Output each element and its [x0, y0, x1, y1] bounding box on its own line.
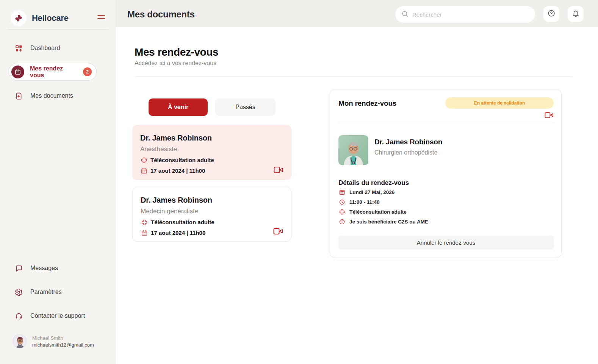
appointment-datetime: 17 aout 2024 | 11h00 [151, 230, 205, 236]
chat-bubble-icon [14, 264, 23, 272]
menu-toggle-icon[interactable] [97, 15, 105, 20]
tab-a-venir[interactable]: À venir [149, 98, 208, 116]
sidebar-item-label: Mes rendez vous [30, 65, 77, 79]
appointment-doctor-name: Dr. James Robinson [140, 134, 283, 142]
calendar-icon [140, 167, 147, 174]
notifications-button[interactable] [568, 6, 584, 22]
sidebar-item-parametres[interactable]: Paramètres [0, 286, 116, 298]
gear-icon [14, 288, 23, 296]
status-badge: En attente de validation [445, 97, 554, 109]
video-camera-icon [273, 228, 283, 235]
content-divider [135, 76, 572, 77]
brand-name: Hellocare [32, 13, 68, 23]
user-avatar [13, 334, 27, 348]
appointment-card[interactable]: Dr. James Robinson Médecin généraliste T… [132, 187, 291, 242]
detail-type: Téléconsultation adulte [349, 209, 407, 215]
details-section-title: Détails du rendez-vous [338, 179, 409, 187]
panel-title: Mon rendez-vous [338, 99, 396, 108]
notification-count-badge: 2 [83, 67, 92, 76]
sidebar-item-documents[interactable]: Mes documents [0, 90, 116, 102]
appointment-specialty: Anesthésiste [140, 145, 283, 153]
sidebar-item-label: Paramètres [30, 289, 62, 295]
page-title: Mes rendez-vous [135, 46, 218, 58]
appointment-datetime: 17 aout 2024 | 11h00 [150, 167, 205, 174]
appointment-card[interactable]: Dr. James Robinson Anesthésiste Télécons… [132, 125, 291, 180]
user-profile[interactable]: Michael Smith michaelsmith12@gmail.com [13, 334, 94, 348]
tab-passes[interactable]: Passés [215, 98, 276, 116]
sidebar: Hellocare Dashboard [0, 0, 116, 364]
appointment-type: Téléconsultation adulte [150, 157, 214, 163]
appointment-doctor-name: Dr. James Robinson [141, 196, 283, 205]
video-camera-icon [274, 166, 283, 173]
user-email: michaelsmith12@gmail.com [32, 342, 94, 348]
dashboard-grid-icon [14, 44, 23, 52]
appointment-specialty: Médecin généraliste [141, 208, 283, 215]
cancel-appointment-button[interactable]: Annuler le rendez-vous [338, 236, 554, 250]
search-input[interactable] [412, 11, 529, 18]
sidebar-divider [8, 29, 108, 30]
doctor-specialty: Chirurgien orthopédiste [374, 149, 442, 156]
help-button[interactable] [543, 6, 559, 22]
page-subtitle: Accédez ici à vos rendez-vous [135, 60, 216, 67]
hellocare-logo-icon [11, 10, 27, 26]
calendar-icon [338, 189, 345, 195]
sidebar-item-label: Mes documents [30, 92, 73, 99]
video-camera-icon [545, 112, 554, 119]
appointment-type: Téléconsultation adulte [151, 219, 214, 225]
search-icon [401, 10, 409, 19]
main-content: Mes rendez-vous Accédez ici à vos rendez… [116, 27, 598, 364]
sidebar-item-messages[interactable]: Messages [0, 262, 116, 274]
headset-icon [14, 312, 23, 320]
search-bar[interactable] [395, 6, 535, 23]
page-header-title: Mes documents [127, 9, 194, 20]
sidebar-item-rendez-vous[interactable]: Mes rendez vous 2 [8, 63, 97, 81]
sidebar-item-label: Messages [30, 265, 58, 272]
calendar-icon [141, 229, 148, 236]
detail-date: Lundi 27 Mai, 2026 [349, 189, 394, 195]
top-header: Mes documents [116, 0, 598, 27]
doctor-photo [338, 135, 368, 165]
question-circle-icon [547, 9, 556, 19]
sidebar-item-label: Contacter le support [30, 312, 85, 319]
sidebar-item-label: Dashboard [30, 45, 60, 52]
brand-logo[interactable]: Hellocare [11, 10, 68, 26]
sidebar-item-dashboard[interactable]: Dashboard [0, 42, 116, 54]
appointment-detail-panel: Mon rendez-vous En attente de validation [330, 89, 562, 258]
medical-cross-icon [140, 156, 147, 164]
user-name: Michael Smith [32, 335, 94, 341]
sidebar-item-support[interactable]: Contacter le support [0, 310, 116, 322]
app-window: Hellocare Dashboard [0, 0, 598, 364]
panel-divider [338, 123, 554, 123]
doctor-name: Dr. James Robinson [374, 138, 442, 146]
info-circle-icon [338, 218, 345, 225]
medical-cross-icon [338, 208, 345, 215]
calendar-icon [11, 66, 24, 78]
bell-icon [572, 9, 580, 19]
detail-time: 11:00 - 11:40 [349, 199, 380, 205]
clock-icon [338, 198, 345, 205]
medical-cross-icon [141, 219, 148, 226]
document-plus-icon [14, 92, 23, 100]
detail-beneficiary: Je suis bénéficiaire C2S ou AME [349, 219, 428, 225]
